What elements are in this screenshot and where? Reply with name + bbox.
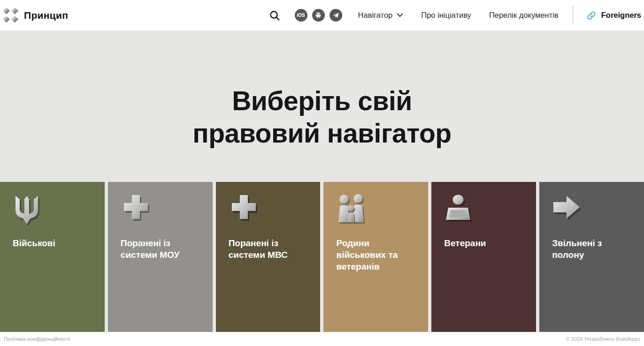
person-icon (443, 193, 475, 228)
hero-section: Виберіть свій правовий навігатор (0, 30, 644, 182)
header-divider (573, 6, 573, 25)
cross-icon (227, 193, 263, 228)
family-icon (335, 193, 369, 228)
telegram-app-button[interactable] (330, 9, 342, 22)
navigator-cards: Військові Поранені із системи МОУ Поране… (0, 182, 644, 332)
link-icon (586, 10, 597, 21)
card-label: Звільнені з полону (552, 237, 631, 261)
header-right: iOS (268, 6, 644, 25)
card-released-captivity[interactable]: Звільнені з полону (539, 182, 644, 332)
card-veterans[interactable]: Ветерани (431, 182, 536, 332)
main-nav: Навігатор Про ініціативу Перелік докумен… (358, 11, 559, 20)
card-families[interactable]: Родини військових та ветеранів (323, 182, 428, 332)
search-icon[interactable] (268, 8, 282, 23)
foreigners-link[interactable]: Foreigners (586, 10, 641, 21)
header: Принцип iOS (0, 0, 644, 30)
android-app-button[interactable] (312, 9, 325, 22)
card-label: Ветерани (444, 237, 486, 249)
logo-diamonds-icon (3, 8, 19, 23)
footer: Політика конфіденційності © 2026 Розробл… (0, 332, 644, 346)
card-label: Поранені із системи МОУ (121, 237, 199, 261)
trident-icon (11, 193, 42, 232)
cross-icon (119, 193, 155, 228)
privacy-policy-link[interactable]: Політика конфіденційності (4, 336, 70, 342)
arrow-right-icon (551, 193, 585, 224)
store-badges: iOS (295, 9, 342, 22)
ios-app-button[interactable]: iOS (295, 9, 307, 22)
android-icon (314, 12, 322, 19)
logo-text: Принцип (24, 10, 68, 21)
nav-item-navigator[interactable]: Навігатор (358, 11, 404, 20)
telegram-icon (332, 12, 339, 19)
card-wounded-mvs[interactable]: Поранені із системи МВС (216, 182, 321, 332)
card-military[interactable]: Військові (0, 182, 105, 332)
card-label: Поранені із системи МВС (229, 237, 307, 261)
copyright-text: © 2026 Розроблено BuildApps (566, 336, 640, 342)
logo[interactable]: Принцип (3, 8, 68, 23)
page-title: Виберіть свій правовий навігатор (192, 85, 451, 150)
nav-item-documents[interactable]: Перелік документів (489, 11, 559, 20)
card-label: Військові (13, 237, 55, 249)
card-label: Родини військових та ветеранів (336, 237, 415, 272)
nav-item-about[interactable]: Про ініціативу (421, 11, 471, 20)
chevron-down-icon (397, 13, 403, 17)
card-wounded-mou[interactable]: Поранені із системи МОУ (108, 182, 213, 332)
